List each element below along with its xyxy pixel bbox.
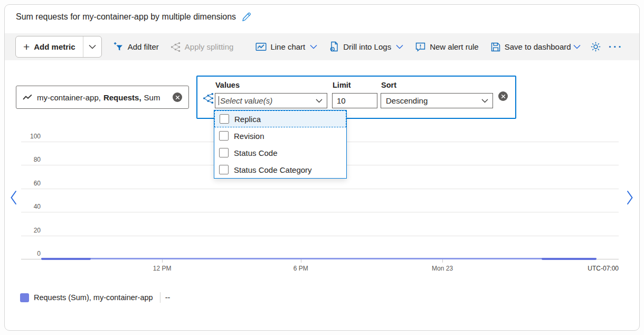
dimension-option-label: Replica [234,115,261,124]
dimension-option-label: Revision [234,132,264,141]
dimension-option-label: Status Code [234,148,278,157]
dimension-option-status-code-category[interactable]: Status Code Category [214,161,346,178]
series-line [41,258,596,259]
checkbox-icon[interactable] [220,114,229,124]
y-axis-label: 80 [14,156,41,163]
y-axis-label: 0 [14,250,41,257]
legend-label: Requests (Sum), my-container-app [34,293,153,302]
x-axis-label: 6 PM [277,265,325,272]
gridline [21,236,619,236]
chart-pan-left-button[interactable] [10,190,17,205]
y-axis-label: 40 [14,203,41,210]
chart-pan-right-button[interactable] [626,190,634,205]
x-axis-label: 12 PM [138,265,186,272]
metrics-explorer: Sum requests for my-container-app by mul… [0,0,644,335]
checkbox-icon[interactable] [219,165,229,174]
y-axis-label: 100 [14,133,41,140]
checkbox-icon[interactable] [219,131,229,141]
legend-value: -- [165,293,171,302]
y-axis-label: 20 [14,227,41,234]
legend-divider [160,292,160,303]
series-line-emphasis [41,258,91,260]
series-line-emphasis [542,258,596,260]
y-axis-label: 60 [14,180,41,187]
gridline [21,189,619,189]
x-axis-tick [162,259,163,263]
gridline [21,212,619,212]
dimension-option-status-code[interactable]: Status Code [214,144,346,161]
x-axis-tick [442,259,443,263]
timezone-label: UTC-07:00 [566,265,619,272]
values-dropdown: Replica Revision Status Code Status Code… [214,110,347,179]
dimension-option-revision[interactable]: Revision [214,127,346,144]
x-axis-tick [301,259,301,263]
checkbox-icon[interactable] [219,148,229,157]
dimension-option-replica[interactable]: Replica [214,110,346,127]
dimension-option-label: Status Code Category [234,165,312,174]
legend-item[interactable]: Requests (Sum), my-container-app -- [20,292,170,303]
legend-swatch [20,293,29,302]
x-axis-label: Mon 23 [419,265,466,272]
